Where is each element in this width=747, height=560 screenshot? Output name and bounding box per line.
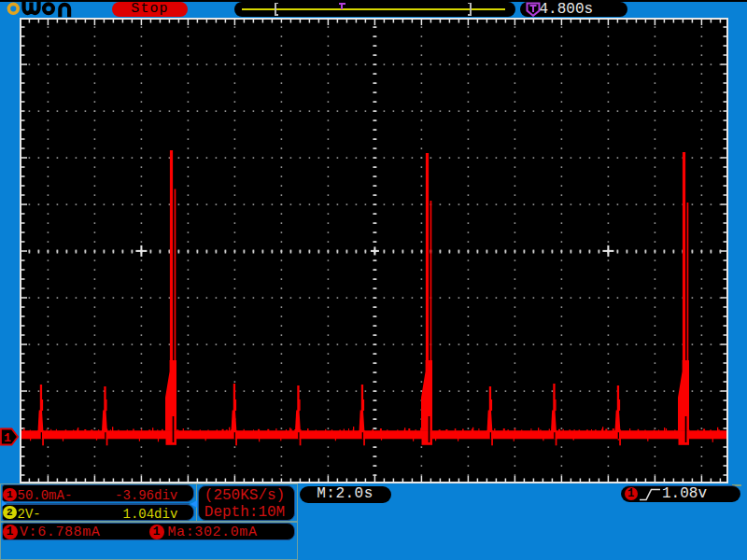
svg-text:1: 1 — [4, 431, 11, 445]
